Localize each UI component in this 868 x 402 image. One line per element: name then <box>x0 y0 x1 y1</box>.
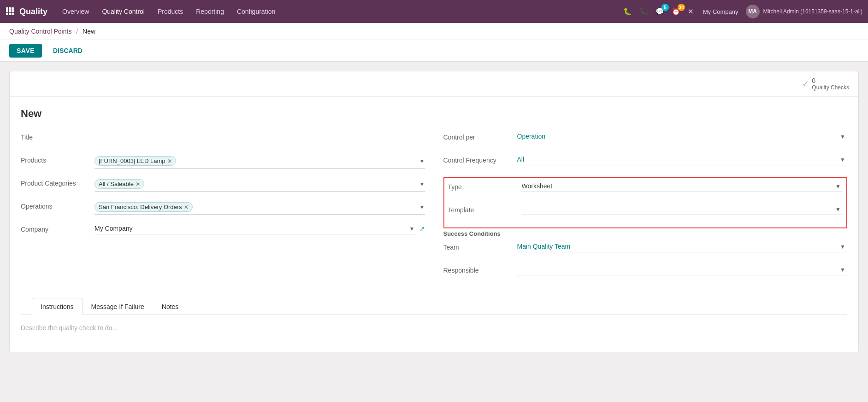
main-content: ✓ 0 Quality Checks New Title <box>0 62 868 361</box>
success-conditions-label: Success Conditions <box>443 230 848 237</box>
title-field-row: Title <box>21 131 425 146</box>
tab-message-if-failure[interactable]: Message If Failure <box>83 298 153 315</box>
template-value: ▼ <box>522 204 843 215</box>
app-title: Quality <box>19 7 47 17</box>
responsible-label: Responsible <box>443 264 517 274</box>
type-field-row: Type Worksheet Pass - Fail Measure Take … <box>444 180 847 195</box>
control-per-label: Control per <box>443 131 517 141</box>
team-select-wrapper: Main Quality Team ▼ <box>517 241 848 252</box>
control-frequency-field-row: Control Frequency All Periodically Rando… <box>443 154 848 169</box>
external-link-icon[interactable]: ↗ <box>419 225 425 233</box>
products-tag-remove-0[interactable]: ✕ <box>167 158 172 164</box>
nav-quality-control[interactable]: Quality Control <box>96 5 150 18</box>
template-label: Template <box>448 204 522 214</box>
operations-dropdown-arrow[interactable]: ▼ <box>419 204 425 210</box>
team-select[interactable]: Main Quality Team <box>517 241 848 252</box>
avatar[interactable]: MA <box>746 5 760 18</box>
tab-notes[interactable]: Notes <box>153 298 188 315</box>
svg-rect-7 <box>9 13 11 15</box>
title-input[interactable] <box>94 131 425 142</box>
operations-tag-text-0: San Francisco: Delivery Orders <box>99 204 182 210</box>
company-label: Company <box>21 223 94 233</box>
control-per-select[interactable]: Operation Product Quantity <box>517 131 848 142</box>
control-frequency-select[interactable]: All Periodically Randomly <box>517 154 848 165</box>
svg-rect-8 <box>12 13 14 15</box>
control-frequency-label: Control Frequency <box>443 154 517 164</box>
svg-rect-2 <box>12 7 14 10</box>
product-categories-dropdown-arrow[interactable]: ▼ <box>419 181 425 187</box>
stat-label: Quality Checks <box>812 84 849 91</box>
operations-tag-0: San Francisco: Delivery Orders ✕ <box>94 202 193 212</box>
form-columns: Title Products [FURN_0003] LED Lamp <box>21 131 847 287</box>
bug-icon[interactable]: 🐛 <box>621 6 634 17</box>
form-body: New Title Products <box>10 97 858 315</box>
type-value: Worksheet Pass - Fail Measure Take a Pic… <box>522 181 843 192</box>
team-label: Team <box>443 241 517 251</box>
breadcrumb: Quality Control Points / New <box>0 23 868 40</box>
type-label: Type <box>448 181 522 191</box>
instructions-placeholder: Describe the quality check to do... <box>21 324 847 332</box>
operations-value: San Francisco: Delivery Orders ✕ ▼ <box>94 200 425 215</box>
breadcrumb-current: New <box>83 28 95 35</box>
svg-rect-5 <box>12 10 14 12</box>
product-categories-field-row: Product Categories All / Saleable ✕ ▼ <box>21 177 425 192</box>
nav-overview[interactable]: Overview <box>57 5 94 18</box>
tool-icon[interactable]: ✕ <box>686 6 696 17</box>
template-select[interactable] <box>522 204 843 215</box>
tab-instructions[interactable]: Instructions <box>32 298 83 315</box>
svg-rect-0 <box>6 7 8 10</box>
operations-tag-remove-0[interactable]: ✕ <box>184 204 189 210</box>
form-right-column: Control per Operation Product Quantity ▼ <box>443 131 848 287</box>
clock-icon[interactable]: ⏰ 34 <box>670 6 682 17</box>
responsible-select-wrapper: ▼ <box>517 264 848 275</box>
title-value <box>94 131 425 142</box>
products-label: Products <box>21 154 94 164</box>
type-select[interactable]: Worksheet Pass - Fail Measure Take a Pic… <box>522 181 843 192</box>
control-per-select-wrapper: Operation Product Quantity ▼ <box>517 131 848 142</box>
template-field-row: Template ▼ <box>444 203 847 218</box>
control-frequency-select-wrapper: All Periodically Randomly ▼ <box>517 154 848 165</box>
operations-label: Operations <box>21 200 94 210</box>
clock-badge: 34 <box>678 4 685 11</box>
stat-count: 0 <box>812 77 849 84</box>
chat-icon[interactable]: 💬 5 <box>654 6 666 17</box>
products-tag-0: [FURN_0003] LED Lamp ✕ <box>94 156 176 166</box>
product-categories-tag-input[interactable]: All / Saleable ✕ ▼ <box>94 177 425 192</box>
tab-content-instructions: Describe the quality check to do... <box>10 315 858 352</box>
company-value: My Company ▼ ↗ <box>94 223 425 234</box>
nav-reporting[interactable]: Reporting <box>190 5 230 18</box>
products-dropdown-arrow[interactable]: ▼ <box>419 158 425 164</box>
check-icon: ✓ <box>802 79 809 89</box>
product-categories-tag-remove-0[interactable]: ✕ <box>136 181 140 187</box>
operations-tag-input[interactable]: San Francisco: Delivery Orders ✕ ▼ <box>94 200 425 215</box>
products-tag-text-0: [FURN_0003] LED Lamp <box>99 157 165 164</box>
phone-icon[interactable]: 📞 <box>638 6 650 17</box>
form-stats: ✓ 0 Quality Checks <box>10 71 858 97</box>
control-frequency-value: All Periodically Randomly ▼ <box>517 154 848 165</box>
responsible-select[interactable] <box>517 264 848 275</box>
product-categories-value: All / Saleable ✕ ▼ <box>94 177 425 192</box>
company-wrapper: My Company ▼ ↗ <box>94 223 425 234</box>
control-per-value: Operation Product Quantity ▼ <box>517 131 848 142</box>
company-field-row: Company My Company ▼ ↗ <box>21 223 425 239</box>
products-tag-input[interactable]: [FURN_0003] LED Lamp ✕ ▼ <box>94 154 425 169</box>
breadcrumb-parent[interactable]: Quality Control Points <box>9 28 71 35</box>
operations-field-row: Operations San Francisco: Delivery Order… <box>21 200 425 216</box>
company-select-wrapper: My Company ▼ <box>94 223 417 234</box>
products-field-row: Products [FURN_0003] LED Lamp ✕ ▼ <box>21 154 425 169</box>
highlighted-section: Type Worksheet Pass - Fail Measure Take … <box>443 177 848 228</box>
nav-configuration[interactable]: Configuration <box>231 5 281 18</box>
form-title: New <box>21 108 847 120</box>
nav-products[interactable]: Products <box>152 5 189 18</box>
breadcrumb-separator: / <box>76 28 78 35</box>
company-select[interactable]: My Company <box>94 223 417 234</box>
discard-button[interactable]: DISCARD <box>46 44 90 58</box>
grid-icon[interactable] <box>6 7 14 17</box>
product-categories-tag-0: All / Saleable ✕ <box>94 179 144 189</box>
toolbar: SAVE DISCARD <box>0 40 868 62</box>
user-label: Mitchell Admin (16151359-saas-15-1-all) <box>763 8 862 15</box>
responsible-value: ▼ <box>517 264 848 275</box>
save-button[interactable]: SAVE <box>9 44 42 58</box>
quality-checks-stat[interactable]: ✓ 0 Quality Checks <box>802 77 849 91</box>
title-label: Title <box>21 131 94 141</box>
